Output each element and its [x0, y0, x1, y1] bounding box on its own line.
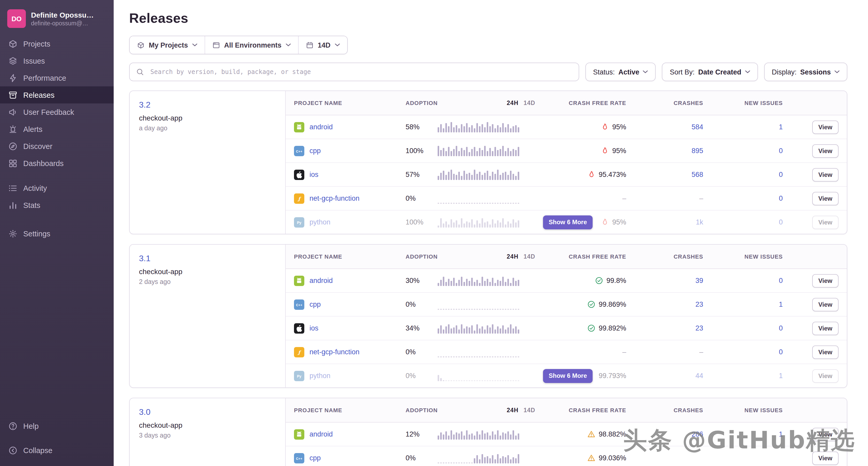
crashes-count-link[interactable]: 895 [691, 147, 703, 155]
sidebar-item-collapse[interactable]: Collapse [0, 442, 114, 459]
view-button[interactable]: View [812, 168, 839, 181]
sidebar-item-releases[interactable]: Releases [0, 86, 114, 104]
release-version-link[interactable]: 3.2 [139, 100, 151, 110]
release-info: 3.1checkout-app2 days ago [130, 245, 286, 387]
main-content: Releases My Projects All Environments 14… [114, 0, 868, 466]
view-button[interactable]: View [812, 345, 839, 359]
crash-free-value: 95% [612, 147, 626, 155]
adoption-sparkline [438, 429, 542, 439]
range-24h-toggle[interactable]: 24H [507, 100, 519, 106]
new-issues-count-link[interactable]: 0 [779, 218, 783, 226]
date-range-filter-button[interactable]: 14D [298, 36, 347, 54]
project-link[interactable]: android [309, 430, 333, 438]
new-issues-count-link[interactable]: 1 [779, 300, 783, 308]
new-issues-count-link[interactable]: 0 [779, 147, 783, 155]
cpp-platform-icon: C++ [294, 299, 304, 310]
range-24h-toggle[interactable]: 24H [507, 407, 519, 413]
crashes-count-link[interactable]: 23 [695, 324, 703, 332]
range-14d-toggle[interactable]: 14D [524, 100, 535, 106]
projects-filter-button[interactable]: My Projects [130, 36, 205, 54]
new-issues-cell: 1 [705, 123, 783, 131]
range-24h-toggle[interactable]: 24H [507, 254, 519, 260]
crashes-count-link[interactable]: 584 [691, 123, 703, 131]
svg-text:Py: Py [297, 220, 301, 225]
column-header-new-issues: NEW ISSUES [705, 100, 783, 106]
view-button[interactable]: View [812, 215, 839, 229]
sidebar-item-settings[interactable]: Settings [0, 225, 114, 242]
adoption-value: 12% [406, 430, 438, 438]
release-project-row: Pypython100%95%1k0ViewShow 6 More [286, 210, 847, 234]
new-issues-count-link[interactable]: 1 [779, 372, 783, 380]
new-issues-count-link[interactable]: 0 [779, 348, 783, 356]
project-link[interactable]: cpp [309, 147, 321, 155]
new-issues-count-link[interactable]: 0 [779, 324, 783, 332]
display-dropdown[interactable]: Display: Sessions [764, 63, 847, 81]
sort-by-dropdown[interactable]: Sort By: Date Created [662, 63, 758, 81]
crashes-count-link[interactable]: 1k [696, 218, 703, 226]
new-issues-count-link[interactable]: 0 [779, 171, 783, 178]
sidebar-item-performance[interactable]: Performance [0, 69, 114, 86]
crash-rate-warning-icon [587, 430, 595, 438]
show-more-button[interactable]: Show 6 More [543, 369, 593, 383]
project-link[interactable]: ios [309, 324, 318, 332]
search-input[interactable] [149, 68, 572, 76]
view-button[interactable]: View [812, 144, 839, 157]
release-app-name: checkout-app [139, 421, 276, 429]
project-link[interactable]: android [309, 277, 333, 285]
release-version-link[interactable]: 3.1 [139, 254, 151, 263]
project-link[interactable]: android [309, 123, 333, 131]
sidebar-item-issues[interactable]: Issues [0, 52, 114, 69]
view-button[interactable]: View [812, 298, 839, 311]
view-button[interactable]: View [812, 192, 839, 205]
sidebar-item-dashboards[interactable]: Dashboards [0, 155, 114, 172]
release-group: 3.1checkout-app2 days agoPROJECT NAMEADO… [129, 244, 847, 388]
crash-free-value: – [622, 195, 626, 202]
crash-rate-flame-icon [601, 123, 609, 131]
crashes-count-link[interactable]: 568 [691, 171, 703, 178]
environments-filter-button[interactable]: All Environments [205, 36, 298, 54]
view-button[interactable]: View [812, 274, 839, 287]
adoption-sparkline [438, 347, 542, 357]
project-link[interactable]: cpp [309, 300, 321, 308]
project-link[interactable]: ios [309, 171, 318, 178]
crashes-count-link[interactable]: 44 [695, 372, 703, 380]
watermark: 头条 @GitHub精选 [623, 425, 856, 457]
project-link[interactable]: python [309, 372, 331, 380]
activity-icon [8, 183, 18, 193]
sidebar-item-projects[interactable]: Projects [0, 35, 114, 52]
release-version-link[interactable]: 3.0 [139, 408, 151, 417]
sidebar-item-alerts[interactable]: Alerts [0, 120, 114, 138]
svg-text:C++: C++ [296, 149, 303, 153]
project-link[interactable]: python [309, 218, 331, 226]
adoption-value: 0% [406, 454, 438, 462]
sidebar-item-discover[interactable]: Discover [0, 138, 114, 155]
sidebar-item-activity[interactable]: Activity [0, 179, 114, 197]
collapse-icon [8, 445, 18, 455]
column-header-new-issues: NEW ISSUES [705, 407, 783, 413]
crashes-cell: 1k [641, 218, 705, 226]
status-filter-dropdown[interactable]: Status: Active [585, 63, 656, 81]
sidebar-item-user-feedback[interactable]: User Feedback [0, 104, 114, 120]
sidebar-item-stats[interactable]: Stats [0, 197, 114, 213]
view-button[interactable]: View [812, 369, 839, 382]
view-button[interactable]: View [812, 321, 839, 335]
project-link[interactable]: net-gcp-function [309, 348, 360, 356]
new-issues-count-link[interactable]: 0 [779, 195, 783, 202]
show-more-button[interactable]: Show 6 More [543, 215, 593, 229]
release-created-age: a day ago [139, 125, 276, 132]
org-avatar: DO [7, 9, 26, 28]
crash-rate-check-icon [587, 324, 595, 332]
new-issues-count-link[interactable]: 0 [779, 277, 783, 285]
crashes-count-link[interactable]: 39 [695, 277, 703, 285]
project-link[interactable]: cpp [309, 454, 321, 462]
new-issues-count-link[interactable]: 1 [779, 123, 783, 131]
project-link[interactable]: net-gcp-function [309, 195, 360, 202]
crashes-count-link[interactable]: 23 [695, 300, 703, 308]
range-14d-toggle[interactable]: 14D [524, 407, 535, 413]
sidebar-item-label: Activity [23, 184, 47, 192]
release-project-row: C++cpp0%99.869%231View [286, 293, 847, 317]
view-button[interactable]: View [812, 120, 839, 134]
sidebar-item-help[interactable]: Help [0, 417, 114, 434]
range-14d-toggle[interactable]: 14D [524, 254, 535, 260]
org-switcher[interactable]: DO Definite Opossu… definite-opossum@… [0, 6, 114, 35]
